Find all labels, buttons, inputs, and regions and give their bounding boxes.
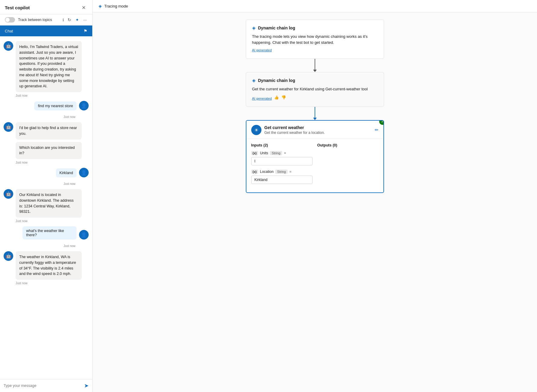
- bot-bubble: Our Kirkland is located in downtown Kirk…: [16, 189, 82, 218]
- chat-header-label: Chat: [5, 29, 13, 33]
- weather-card-title: Get current weather: [264, 125, 372, 130]
- track-between-topics-toggle[interactable]: [5, 17, 15, 23]
- user-message-row: Kirkland 👤: [4, 168, 89, 177]
- send-button[interactable]: ➤: [84, 382, 89, 389]
- chat-input[interactable]: [4, 384, 82, 388]
- timestamp: Just now: [16, 219, 82, 223]
- chat-header-bar: Chat ⚑: [0, 26, 92, 36]
- message-group: The weather in Kirkland, WA is currently…: [16, 251, 82, 285]
- flag-icon: ⚑: [84, 29, 87, 33]
- connector-line-blue: [315, 107, 315, 118]
- bot-message-row: 🤖 Hello, I'm Tailwind Traders, a virtual…: [4, 41, 89, 97]
- user-message-row: what's the weather like there? 👤: [4, 226, 89, 240]
- param-tags: (x) Location String =: [251, 170, 313, 174]
- add-button[interactable]: ✦: [75, 17, 80, 23]
- bot-bubble: Hello, I'm Tailwind Traders, a virtual a…: [16, 41, 82, 92]
- panel-toolbar: Track between topics ℹ ↻ ✦ ···: [0, 14, 92, 26]
- timestamp: Just now: [4, 244, 75, 248]
- ai-generated-link[interactable]: AI generated: [252, 48, 272, 53]
- param-tag-x: (x): [251, 170, 258, 174]
- chat-input-area: ➤: [0, 379, 92, 392]
- user-avatar: 👤: [79, 101, 89, 110]
- user-message-row: find my nearest store 👤: [4, 101, 89, 110]
- weather-card-body: Inputs (2) (x) Units String = I: [246, 139, 383, 192]
- edit-button[interactable]: ✏: [375, 127, 379, 133]
- avatar: 🤖: [4, 122, 13, 132]
- card-header: ◈ Dynamic chain log: [252, 78, 378, 83]
- card-title: Dynamic chain log: [258, 26, 295, 30]
- avatar: 🤖: [4, 251, 13, 261]
- tracing-icon: ◈: [99, 4, 102, 8]
- left-panel: Test copilot ✕ Track between topics ℹ ↻ …: [0, 0, 93, 392]
- user-avatar: 👤: [79, 168, 89, 177]
- tracing-content: ◈ Dynamic chain log The tracing mode let…: [93, 12, 537, 200]
- tracing-title: Tracing mode: [104, 4, 128, 8]
- param-name-units: Units: [260, 151, 268, 155]
- card-body: Get the current weather for Kirkland usi…: [252, 86, 378, 101]
- connector-arrowhead-blue: [313, 118, 317, 120]
- chat-messages: 🤖 Hello, I'm Tailwind Traders, a virtual…: [0, 36, 92, 379]
- dynamic-chain-card-2: ◈ Dynamic chain log Get the current weat…: [246, 72, 384, 107]
- bot-message-row: 🤖 I'd be glad to help find a store near …: [4, 122, 89, 164]
- bot-bubble: The weather in Kirkland, WA is currently…: [16, 251, 82, 280]
- thumbs-down-button[interactable]: 👎: [281, 95, 286, 100]
- timestamp: Just now: [4, 182, 75, 185]
- chain-icon: ◈: [252, 25, 256, 31]
- close-button[interactable]: ✕: [80, 4, 87, 11]
- card-text: The tracing mode lets you view how dynam…: [252, 34, 368, 45]
- param-tag-x: (x): [251, 151, 258, 155]
- panel-header: Test copilot ✕: [0, 0, 92, 14]
- timestamp: Just now: [16, 94, 82, 97]
- get-weather-card: ✓ ☀ Get current weather Get the current …: [246, 120, 384, 193]
- refresh-button[interactable]: ↻: [67, 17, 72, 23]
- timestamp: Just now: [4, 115, 75, 119]
- outputs-section: Outputs (0): [317, 143, 379, 188]
- card-title: Dynamic chain log: [258, 78, 295, 83]
- timestamp: Just now: [16, 161, 82, 164]
- sun-icon: ☀: [254, 127, 258, 133]
- thumbs-up-button[interactable]: 👍: [274, 95, 279, 100]
- user-bubble: find my nearest store: [34, 101, 77, 110]
- connector-arrowhead: [313, 70, 317, 72]
- avatar: 🤖: [4, 189, 13, 199]
- user-avatar: 👤: [79, 230, 89, 240]
- info-icon: ℹ: [63, 18, 64, 22]
- message-group: I'd be glad to help find a store near yo…: [16, 122, 82, 164]
- card-body: The tracing mode lets you view how dynam…: [252, 34, 378, 53]
- bot-message-row: 🤖 The weather in Kirkland, WA is current…: [4, 251, 89, 285]
- param-eq: =: [284, 151, 286, 155]
- weather-card-title-block: Get current weather Get the current weat…: [264, 125, 372, 135]
- message-group: Hello, I'm Tailwind Traders, a virtual a…: [16, 41, 82, 97]
- param-row-units: (x) Units String = I: [251, 151, 313, 165]
- weather-card-subtitle: Get the current weather for a location.: [264, 131, 372, 135]
- dynamic-chain-card-1: ◈ Dynamic chain log The tracing mode let…: [246, 20, 384, 59]
- user-bubble: Kirkland: [56, 168, 77, 177]
- message-group: Our Kirkland is located in downtown Kirk…: [16, 189, 82, 223]
- toolbar-icons: ↻ ✦ ···: [67, 17, 87, 23]
- panel-title: Test copilot: [5, 5, 30, 10]
- more-options-button[interactable]: ···: [83, 17, 87, 23]
- bot-bubble: Which location are you interested in?: [16, 142, 82, 159]
- ai-generated-link[interactable]: AI generated: [252, 96, 272, 101]
- param-value-units: I: [251, 157, 313, 165]
- param-tags: (x) Units String =: [251, 151, 313, 155]
- param-value-location: Kirkland: [251, 176, 313, 184]
- param-row-location: (x) Location String = Kirkland: [251, 170, 313, 184]
- timestamp: Just now: [16, 282, 82, 285]
- user-bubble: what's the weather like there?: [23, 226, 77, 240]
- param-type-units: String: [270, 151, 282, 155]
- param-name-location: Location: [260, 170, 273, 174]
- track-toggle-label: Track between topics: [18, 18, 59, 22]
- card-header: ◈ Dynamic chain log: [252, 25, 378, 31]
- tracing-header: ◈ Tracing mode: [93, 0, 537, 12]
- inputs-section: Inputs (2) (x) Units String = I: [251, 143, 313, 188]
- outputs-label: Outputs (0): [317, 143, 379, 147]
- inputs-label: Inputs (2): [251, 143, 313, 147]
- card-text: Get the current weather for Kirkland usi…: [252, 87, 368, 91]
- connector-line: [315, 59, 315, 70]
- connector-arrow-1: [313, 59, 317, 72]
- avatar: 🤖: [4, 41, 13, 51]
- feedback-row: AI generated 👍 👎: [252, 94, 378, 101]
- param-eq: =: [289, 170, 291, 174]
- chain-icon: ◈: [252, 78, 256, 83]
